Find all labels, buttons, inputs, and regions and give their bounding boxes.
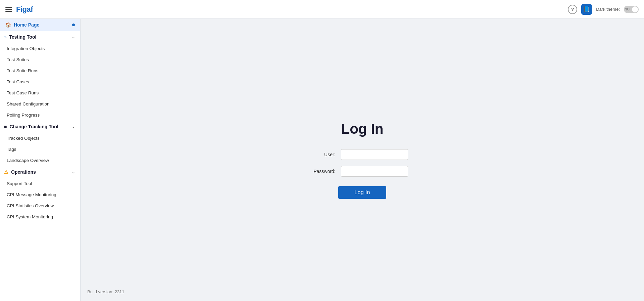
cpi-system-monitoring-label: CPI System Monitoring [7, 214, 53, 219]
testing-tool-icon: » [4, 35, 6, 40]
cpi-statistics-overview-label: CPI Statistics Overview [7, 203, 54, 208]
sidebar-item-test-suites[interactable]: Test Suites [0, 54, 80, 65]
user-input[interactable] [341, 149, 408, 160]
integration-objects-label: Integration Objects [7, 46, 45, 51]
sidebar-item-support-tool[interactable]: Support Tool [0, 178, 80, 189]
testing-tool-label: Testing Tool [9, 34, 36, 40]
warning-icon: ⚠ [4, 169, 8, 175]
support-tool-label: Support Tool [7, 181, 32, 186]
sidebar-item-cpi-statistics-overview[interactable]: CPI Statistics Overview [0, 200, 80, 211]
sidebar-item-test-suite-runs[interactable]: Test Suite Runs [0, 65, 80, 76]
build-version: Build version: 2311 [87, 289, 125, 294]
testing-tool-chevron: ⌄ [72, 35, 75, 39]
tracked-objects-label: Tracked Objects [7, 136, 40, 141]
cpi-message-monitoring-label: CPI Message Monitoring [7, 192, 56, 197]
toggle-state-label: NO [625, 7, 630, 11]
sidebar-item-landscape-overview[interactable]: Landscape Overview [0, 155, 80, 166]
testing-tool-header-left: » Testing Tool [4, 34, 36, 40]
login-button[interactable]: Log In [338, 186, 386, 199]
operations-label: Operations [11, 169, 36, 175]
tags-label: Tags [7, 147, 16, 152]
sidebar-item-integration-objects[interactable]: Integration Objects [0, 43, 80, 54]
sidebar-item-shared-configuration[interactable]: Shared Configuration [0, 98, 80, 110]
change-tracking-icon: ■ [4, 124, 7, 129]
sidebar-section-testing-tool[interactable]: » Testing Tool ⌄ [0, 31, 80, 43]
sidebar-item-test-cases[interactable]: Test Cases [0, 76, 80, 87]
landscape-overview-label: Landscape Overview [7, 158, 49, 163]
sidebar-item-home-page[interactable]: 🏠 Home Page [0, 19, 80, 31]
toggle-knob [632, 6, 638, 12]
login-title: Log In [341, 121, 384, 137]
change-tracking-header-left: ■ Change Tracking Tool [4, 124, 58, 129]
login-card: Log In User: Password: Log In [292, 108, 433, 212]
main-container: 🏠 Home Page » Testing Tool ⌄ Integration… [0, 19, 644, 301]
change-tracking-chevron: ⌄ [72, 125, 75, 129]
content-area: Log In User: Password: Log In Build vers… [81, 19, 644, 301]
operations-chevron: ⌄ [72, 170, 75, 174]
test-cases-label: Test Cases [7, 79, 29, 84]
user-form-group: User: [305, 149, 419, 160]
sidebar-item-tracked-objects[interactable]: Tracked Objects [0, 133, 80, 144]
sidebar-item-polling-progress[interactable]: Polling Progress [0, 110, 80, 121]
operations-header-left: ⚠ Operations [4, 169, 36, 175]
navbar: Figaf ? 📘 Dark theme: NO [0, 0, 644, 19]
sidebar-item-tags[interactable]: Tags [0, 144, 80, 155]
change-tracking-label: Change Tracking Tool [9, 124, 58, 129]
sidebar-section-change-tracking[interactable]: ■ Change Tracking Tool ⌄ [0, 121, 80, 133]
password-label: Password: [305, 169, 336, 174]
sidebar-home-label: Home Page [14, 22, 39, 28]
book-icon[interactable]: 📘 [581, 4, 592, 15]
sidebar-item-test-case-runs[interactable]: Test Case Runs [0, 87, 80, 98]
password-form-group: Password: [305, 166, 419, 177]
active-dot [72, 24, 75, 26]
home-icon: 🏠 [5, 22, 11, 28]
user-label: User: [305, 152, 336, 157]
shared-configuration-label: Shared Configuration [7, 101, 50, 106]
sidebar-section-operations[interactable]: ⚠ Operations ⌄ [0, 166, 80, 178]
polling-progress-label: Polling Progress [7, 113, 40, 118]
test-suites-label: Test Suites [7, 57, 29, 62]
dark-theme-toggle[interactable]: NO [624, 6, 639, 13]
app-logo: Figaf [16, 5, 33, 14]
sidebar: 🏠 Home Page » Testing Tool ⌄ Integration… [0, 19, 81, 301]
hamburger-icon[interactable] [5, 7, 12, 12]
test-case-runs-label: Test Case Runs [7, 90, 39, 95]
test-suite-runs-label: Test Suite Runs [7, 68, 39, 73]
navbar-right: ? 📘 Dark theme: NO [568, 4, 639, 15]
password-input[interactable] [341, 166, 408, 177]
sidebar-item-cpi-system-monitoring[interactable]: CPI System Monitoring [0, 211, 80, 222]
navbar-left: Figaf [5, 5, 33, 14]
sidebar-item-cpi-message-monitoring[interactable]: CPI Message Monitoring [0, 189, 80, 200]
help-icon[interactable]: ? [568, 5, 577, 14]
dark-theme-label: Dark theme: [596, 7, 620, 12]
